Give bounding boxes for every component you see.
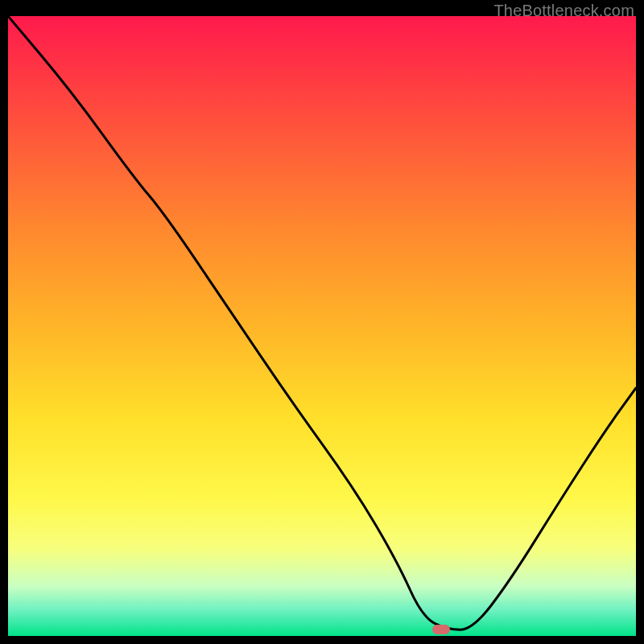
optimal-point-marker [432, 625, 450, 634]
chart-frame [8, 16, 636, 636]
bottleneck-curve [8, 16, 636, 636]
